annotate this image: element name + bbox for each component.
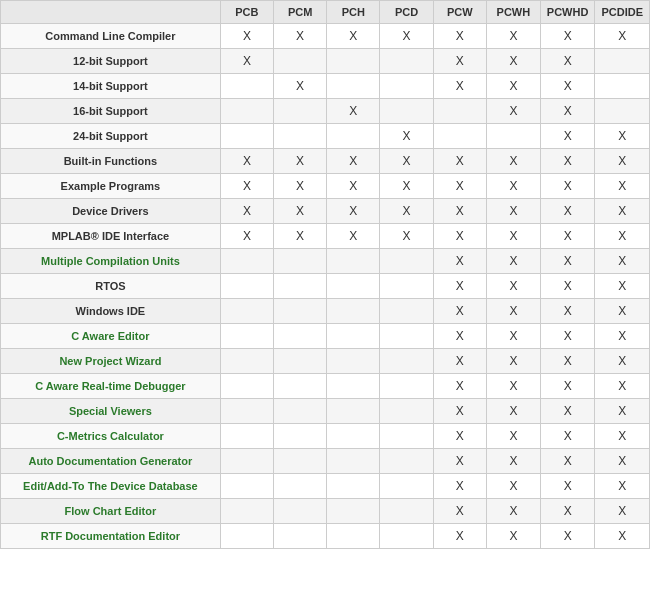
feature-name-cell: Device Drivers	[1, 199, 221, 224]
mark-cell: X	[433, 499, 486, 524]
mark-cell	[380, 449, 433, 474]
mark-cell	[220, 299, 273, 324]
mark-cell: X	[540, 399, 595, 424]
mark-cell: X	[273, 174, 326, 199]
mark-cell	[380, 49, 433, 74]
mark-cell: X	[433, 399, 486, 424]
x-mark: X	[618, 454, 626, 468]
mark-cell: X	[380, 224, 433, 249]
mark-cell: X	[595, 274, 650, 299]
mark-cell	[273, 249, 326, 274]
x-mark: X	[349, 104, 357, 118]
mark-cell	[327, 274, 380, 299]
x-mark: X	[564, 454, 572, 468]
x-mark: X	[564, 229, 572, 243]
mark-cell: X	[540, 374, 595, 399]
mark-cell	[327, 374, 380, 399]
x-mark: X	[564, 54, 572, 68]
mark-cell	[327, 474, 380, 499]
mark-cell: X	[540, 324, 595, 349]
feature-name-cell: Auto Documentation Generator	[1, 449, 221, 474]
mark-cell: X	[273, 149, 326, 174]
x-mark: X	[618, 29, 626, 43]
mark-cell: X	[540, 274, 595, 299]
x-mark: X	[349, 29, 357, 43]
mark-cell: X	[327, 224, 380, 249]
mark-cell: X	[220, 224, 273, 249]
table-row: C Aware Real-time DebuggerXXXX	[1, 374, 650, 399]
feature-name-cell: 12-bit Support	[1, 49, 221, 74]
feature-name-cell: Windows IDE	[1, 299, 221, 324]
mark-cell	[220, 349, 273, 374]
x-mark: X	[456, 404, 464, 418]
mark-cell	[380, 374, 433, 399]
mark-cell: X	[486, 174, 540, 199]
version-header-pch: PCH	[327, 1, 380, 24]
x-mark: X	[618, 404, 626, 418]
mark-cell	[273, 499, 326, 524]
mark-cell: X	[433, 424, 486, 449]
mark-cell	[595, 99, 650, 124]
mark-cell: X	[486, 324, 540, 349]
x-mark: X	[509, 504, 517, 518]
mark-cell	[380, 424, 433, 449]
mark-cell	[327, 399, 380, 424]
mark-cell: X	[540, 474, 595, 499]
feature-name-cell: Multiple Compilation Units	[1, 249, 221, 274]
mark-cell: X	[595, 149, 650, 174]
feature-name-cell: 16-bit Support	[1, 99, 221, 124]
mark-cell	[433, 124, 486, 149]
x-mark: X	[564, 129, 572, 143]
mark-cell: X	[540, 199, 595, 224]
x-mark: X	[402, 204, 410, 218]
table-row: Built-in FunctionsXXXXXXXX	[1, 149, 650, 174]
x-mark: X	[402, 129, 410, 143]
table-row: Multiple Compilation UnitsXXXX	[1, 249, 650, 274]
x-mark: X	[402, 154, 410, 168]
x-mark: X	[243, 204, 251, 218]
mark-cell	[327, 449, 380, 474]
x-mark: X	[564, 379, 572, 393]
mark-cell	[220, 424, 273, 449]
mark-cell	[220, 124, 273, 149]
mark-cell: X	[486, 374, 540, 399]
x-mark: X	[456, 279, 464, 293]
x-mark: X	[509, 254, 517, 268]
mark-cell: X	[486, 199, 540, 224]
mark-cell: X	[595, 124, 650, 149]
table-row: Special ViewersXXXX	[1, 399, 650, 424]
mark-cell: X	[273, 74, 326, 99]
mark-cell: X	[433, 74, 486, 99]
mark-cell: X	[220, 174, 273, 199]
mark-cell: X	[486, 249, 540, 274]
mark-cell	[327, 299, 380, 324]
table-row: C Aware EditorXXXX	[1, 324, 650, 349]
mark-cell	[220, 399, 273, 424]
mark-cell: X	[540, 49, 595, 74]
mark-cell	[220, 449, 273, 474]
mark-cell	[273, 524, 326, 549]
mark-cell: X	[327, 24, 380, 49]
mark-cell: X	[540, 524, 595, 549]
mark-cell: X	[595, 299, 650, 324]
mark-cell	[273, 274, 326, 299]
mark-cell: X	[540, 499, 595, 524]
x-mark: X	[243, 154, 251, 168]
x-mark: X	[564, 429, 572, 443]
mark-cell	[380, 274, 433, 299]
x-mark: X	[456, 354, 464, 368]
mark-cell: X	[540, 224, 595, 249]
mark-cell: X	[433, 24, 486, 49]
version-header-pcwhd: PCWHD	[540, 1, 595, 24]
table-row: MPLAB® IDE InterfaceXXXXXXXX	[1, 224, 650, 249]
x-mark: X	[509, 154, 517, 168]
mark-cell	[380, 99, 433, 124]
x-mark: X	[456, 304, 464, 318]
x-mark: X	[509, 279, 517, 293]
mark-cell	[327, 74, 380, 99]
x-mark: X	[296, 229, 304, 243]
x-mark: X	[564, 104, 572, 118]
feature-name-cell: C-Metrics Calculator	[1, 424, 221, 449]
feature-name-cell: Edit/Add-To The Device Database	[1, 474, 221, 499]
mark-cell: X	[220, 149, 273, 174]
